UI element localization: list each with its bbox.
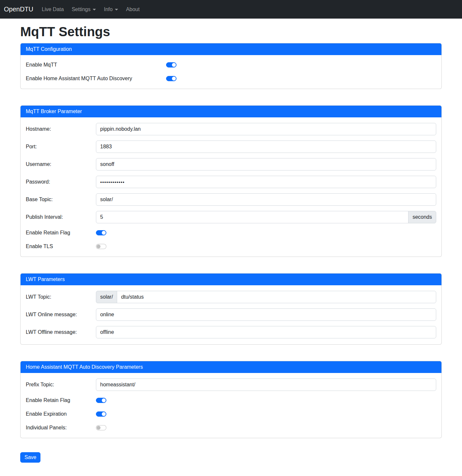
port-input[interactable] [96,141,436,153]
nav-item-live-data[interactable]: Live Data [39,4,67,15]
field-label: LWT Topic: [26,294,96,300]
username-input[interactable] [96,158,436,171]
card-mqtt-configuration: MqTT Configuration Enable MqTT Enable Ho… [20,43,442,89]
field-label: Enable Retain Flag [26,230,96,236]
expiration-toggle[interactable] [96,411,106,417]
field-row-individual-panels: Individual Panels: [26,424,436,432]
field-label: Enable Expiration [26,411,96,417]
field-row-prefix-topic: Prefix Topic: [26,379,436,391]
prefix-topic-input[interactable] [96,379,436,391]
lwt-topic-input[interactable] [117,291,436,303]
enable-mqtt-toggle[interactable] [166,62,177,67]
main-content: MqTT Settings MqTT Configuration Enable … [20,24,442,469]
publish-interval-input[interactable] [96,211,408,223]
chevron-down-icon [115,9,118,10]
individual-panels-toggle[interactable] [96,425,106,430]
card-hass-discovery-parameters: Home Assistant MQTT Auto Discovery Param… [20,361,442,438]
nav-item-label: About [126,7,140,12]
base-topic-input[interactable] [96,193,436,206]
lwt-offline-input[interactable] [96,326,436,338]
retain-flag-toggle[interactable] [96,230,106,235]
nav-item-label: Settings [72,7,91,12]
field-label: Port: [26,144,96,150]
nav-item-label: Live Data [42,7,64,12]
chevron-down-icon [93,9,96,10]
field-label: Individual Panels: [26,425,96,431]
card-header: MqTT Configuration [21,43,441,55]
field-row-lwt-online: LWT Online message: [26,308,436,321]
field-label: Password: [26,179,96,185]
field-row-enable-mqtt: Enable MqTT [26,61,436,69]
nav-item-settings[interactable]: Settings [69,4,99,15]
save-button[interactable]: Save [20,452,40,463]
field-label: Enable MqTT [26,62,166,68]
card-lwt-parameters: LWT Parameters LWT Topic: solar/ LWT Onl… [20,273,442,345]
nav-item-about[interactable]: About [123,4,142,15]
field-label: Enable Home Assistant MQTT Auto Discover… [26,76,166,82]
field-row-hass-retain: Enable Retain Flag [26,396,436,405]
field-row-lwt-offline: LWT Offline message: [26,326,436,338]
nav-item-info[interactable]: Info [101,4,121,15]
field-label: Hostname: [26,126,96,132]
field-row-publish-interval: Publish Interval: seconds [26,211,436,223]
field-label: Enable TLS [26,244,96,249]
field-row-expiration: Enable Expiration [26,410,436,418]
field-label: Prefix Topic: [26,382,96,388]
enable-hass-discovery-toggle[interactable] [166,76,177,81]
card-body: Enable MqTT Enable Home Assistant MQTT A… [21,55,441,89]
field-row-password: Password: [26,176,436,188]
brand-opendtu[interactable]: OpenDTU [4,6,33,13]
field-row-retain-flag: Enable Retain Flag [26,229,436,237]
lwt-online-input[interactable] [96,308,436,321]
card-broker-parameter: MqTT Broker Parameter Hostname: Port: Us… [20,105,442,257]
hass-retain-toggle[interactable] [96,398,106,403]
lwt-topic-prefix: solar/ [96,291,117,303]
hostname-input[interactable] [96,123,436,135]
nav-item-label: Info [104,7,113,12]
tls-toggle[interactable] [96,244,106,249]
field-row-hostname: Hostname: [26,123,436,135]
field-label: Base Topic: [26,197,96,202]
navbar: OpenDTU Live Data Settings Info About [0,0,462,19]
card-body: Prefix Topic: Enable Retain Flag Enable … [21,373,441,438]
field-row-lwt-topic: LWT Topic: solar/ [26,291,436,303]
field-row-tls: Enable TLS [26,242,436,251]
card-header: LWT Parameters [21,274,441,285]
field-label: Username: [26,161,96,167]
card-header: Home Assistant MQTT Auto Discovery Param… [21,361,441,373]
card-header: MqTT Broker Parameter [21,106,441,117]
field-row-base-topic: Base Topic: [26,193,436,206]
field-label: LWT Online message: [26,312,96,318]
card-body: LWT Topic: solar/ LWT Online message: LW… [21,285,441,344]
field-label: Publish Interval: [26,214,96,220]
field-row-port: Port: [26,141,436,153]
field-label: Enable Retain Flag [26,397,96,403]
field-label: LWT Offline message: [26,329,96,335]
password-input[interactable] [96,176,436,188]
field-row-username: Username: [26,158,436,171]
field-row-enable-hass-discovery: Enable Home Assistant MQTT Auto Discover… [26,74,436,83]
card-body: Hostname: Port: Username: Password: [21,117,441,257]
publish-interval-unit: seconds [408,211,436,223]
page-title: MqTT Settings [20,24,442,39]
